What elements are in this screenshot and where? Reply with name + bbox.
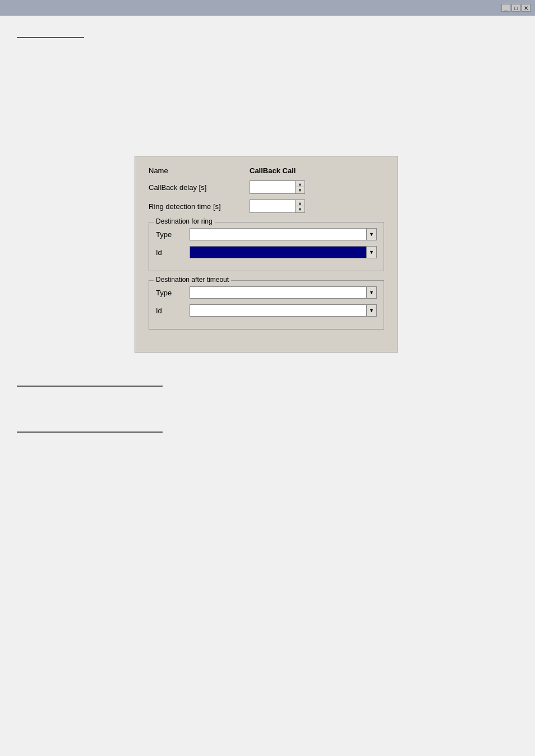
ring-detection-spinner: 10 ▲ ▼ bbox=[250, 200, 305, 213]
ring-type-dropdown-arrow[interactable]: ▼ bbox=[367, 228, 377, 240]
title-bar-buttons: _ □ ✕ bbox=[501, 4, 531, 12]
timeout-id-input[interactable]: Operator bbox=[190, 304, 367, 317]
callback-form-panel: Name CallBack Call CallBack delay [s] 20… bbox=[135, 156, 398, 353]
timeout-id-label: Id bbox=[156, 307, 190, 315]
destination-for-ring-content: Type DISA ▼ Id DISA Ihned ▼ bbox=[156, 228, 377, 258]
destination-after-timeout-group: Destination after timeout Type Station ▼… bbox=[149, 280, 384, 330]
destination-for-ring-group: Destination for ring Type DISA ▼ Id DISA… bbox=[149, 222, 384, 271]
destination-after-timeout-content: Type Station ▼ Id Operator ▼ bbox=[156, 286, 377, 317]
close-button[interactable]: ✕ bbox=[522, 4, 531, 12]
name-label: Name bbox=[149, 166, 250, 175]
timeout-id-dropdown-arrow[interactable]: ▼ bbox=[367, 304, 377, 317]
ring-detection-row: Ring detection time [s] 10 ▲ ▼ bbox=[149, 200, 384, 213]
divider-line-3 bbox=[17, 432, 163, 433]
ring-id-select-wrap: DISA Ihned ▼ bbox=[190, 246, 377, 258]
divider-line-1 bbox=[17, 37, 84, 38]
timeout-id-select-wrap: Operator ▼ bbox=[190, 304, 377, 317]
timeout-type-row: Type Station ▼ bbox=[156, 286, 377, 299]
page-content: Name CallBack Call CallBack delay [s] 20… bbox=[0, 16, 535, 451]
ring-detection-down-button[interactable]: ▼ bbox=[296, 206, 305, 212]
name-value: CallBack Call bbox=[250, 166, 296, 175]
destination-for-ring-legend: Destination for ring bbox=[154, 217, 215, 225]
ring-id-label: Id bbox=[156, 248, 190, 257]
callback-delay-row: CallBack delay [s] 20 ▲ ▼ bbox=[149, 180, 384, 194]
timeout-type-label: Type bbox=[156, 289, 190, 297]
name-row: Name CallBack Call bbox=[149, 166, 384, 175]
title-bar: _ □ ✕ bbox=[0, 0, 535, 16]
callback-delay-input[interactable]: 20 bbox=[250, 181, 295, 193]
ring-detection-label: Ring detection time [s] bbox=[149, 202, 250, 211]
callback-delay-spinner: 20 ▲ ▼ bbox=[250, 180, 305, 194]
ring-detection-spinner-buttons: ▲ ▼ bbox=[295, 200, 305, 212]
minimize-button[interactable]: _ bbox=[501, 4, 510, 12]
divider-line-2 bbox=[17, 386, 163, 387]
ring-type-select-wrap: DISA ▼ bbox=[190, 228, 377, 240]
ring-type-label: Type bbox=[156, 230, 190, 239]
callback-delay-label: CallBack delay [s] bbox=[149, 183, 250, 192]
timeout-type-select-wrap: Station ▼ bbox=[190, 286, 377, 299]
ring-detection-input[interactable]: 10 bbox=[250, 200, 295, 212]
ring-id-input[interactable]: DISA Ihned bbox=[190, 246, 367, 258]
callback-delay-spinner-buttons: ▲ ▼ bbox=[295, 181, 305, 193]
callback-delay-up-button[interactable]: ▲ bbox=[296, 181, 305, 187]
ring-type-input[interactable]: DISA bbox=[190, 228, 367, 240]
timeout-type-input[interactable]: Station bbox=[190, 286, 367, 299]
callback-delay-down-button[interactable]: ▼ bbox=[296, 187, 305, 193]
timeout-type-dropdown-arrow[interactable]: ▼ bbox=[367, 286, 377, 299]
ring-detection-up-button[interactable]: ▲ bbox=[296, 200, 305, 206]
timeout-id-row: Id Operator ▼ bbox=[156, 304, 377, 317]
ring-type-row: Type DISA ▼ bbox=[156, 228, 377, 240]
ring-id-dropdown-arrow[interactable]: ▼ bbox=[367, 246, 377, 258]
ring-id-row: Id DISA Ihned ▼ bbox=[156, 246, 377, 258]
destination-after-timeout-legend: Destination after timeout bbox=[154, 276, 231, 284]
maximize-button[interactable]: □ bbox=[511, 4, 520, 12]
